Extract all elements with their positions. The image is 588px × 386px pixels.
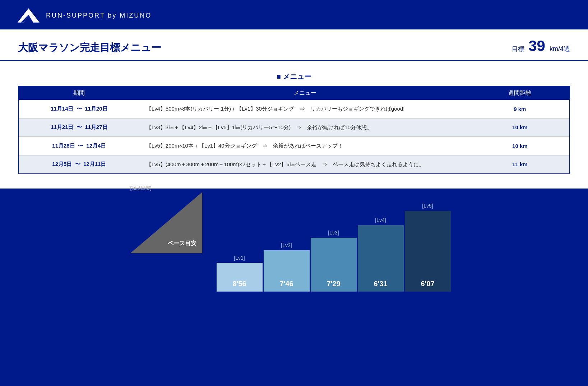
- bar-pace-label: 7'46: [279, 280, 293, 292]
- bar-body: 7'29: [311, 238, 357, 292]
- bar-body: 8'56: [217, 263, 263, 292]
- header-brand: RUN-SUPPORT by MIZUNO: [46, 12, 152, 19]
- cell-menu: 【Lv3】3㎞＋【Lv4】2㎞＋【Lv5】1㎞(リカバリー5〜10分) ⇒ 余裕…: [140, 118, 471, 137]
- table-header-row: 期間 メニュー 週間距離: [18, 86, 570, 100]
- page-main-title: 大阪マラソン完走目標メニュー: [18, 41, 161, 55]
- chart-area: [強度目安] ペース目安 [Lv1]8'56[Lv2]7'46[Lv3]7'29…: [0, 189, 588, 306]
- chart-bar-item: [Lv1]8'56: [217, 255, 263, 292]
- bar-level-label: [Lv3]: [328, 230, 339, 236]
- table-row: 11月28日 〜 12月4日【Lv5】200m×10本＋【Lv1】40分ジョギン…: [18, 137, 570, 155]
- page-wrapper: RUN-SUPPORT by MIZUNO 大阪マラソン完走目標メニュー 目標 …: [0, 0, 588, 306]
- bar-pace-label: 7'29: [327, 280, 340, 292]
- main-content: ■ メニュー 期間 メニュー 週間距離 11月14日 〜 11月20日【Lv4】…: [0, 61, 588, 189]
- cell-distance: 11 km: [471, 155, 570, 174]
- table-row: 11月14日 〜 11月20日【Lv4】500m×8本(リカバリー:1分)＋【L…: [18, 100, 570, 118]
- title-bar: 大阪マラソン完走目標メニュー 目標 39 km/4週: [0, 29, 588, 61]
- goal-unit: km/4週: [550, 45, 570, 53]
- cell-period: 11月21日 〜 11月27日: [18, 118, 140, 137]
- goal-label: 目標: [512, 45, 524, 53]
- bar-level-label: [Lv4]: [375, 217, 386, 223]
- col-header-menu: メニュー: [140, 86, 471, 100]
- svg-marker-0: [18, 8, 40, 22]
- mizuno-logo-icon: [14, 6, 40, 24]
- menu-table: 期間 メニュー 週間距離 11月14日 〜 11月20日【Lv4】500m×8本…: [18, 86, 570, 174]
- table-row: 12月5日 〜 12月11日【Lv5】(400m＋300m＋200m＋100m)…: [18, 155, 570, 174]
- chart-bar-item: [Lv5]6'07: [405, 203, 451, 292]
- bar-level-label: [Lv2]: [281, 242, 292, 248]
- cell-menu: 【Lv5】200m×10本＋【Lv1】40分ジョギング ⇒ 余裕があればペースア…: [140, 137, 471, 155]
- chart-bar-item: [Lv3]7'29: [311, 230, 357, 292]
- chart-bars: [Lv1]8'56[Lv2]7'46[Lv3]7'29[Lv4]6'31[Lv5…: [217, 203, 451, 292]
- bar-body: 6'31: [358, 225, 404, 292]
- intensity-guide-label: [強度目安]: [130, 185, 152, 191]
- col-header-distance: 週間距離: [471, 86, 570, 100]
- bar-pace-label: 6'31: [374, 280, 387, 292]
- cell-distance: 10 km: [471, 118, 570, 137]
- goal-value: 39: [528, 37, 545, 55]
- cell-distance: 10 km: [471, 137, 570, 155]
- col-header-period: 期間: [18, 86, 140, 100]
- cell-menu: 【Lv5】(400m＋300m＋200m＋100m)×2セット＋【Lv2】6㎞ペ…: [140, 155, 471, 174]
- header: RUN-SUPPORT by MIZUNO: [0, 0, 588, 29]
- logo-area: RUN-SUPPORT by MIZUNO: [14, 6, 152, 24]
- cell-period: 12月5日 〜 12月11日: [18, 155, 140, 174]
- bar-level-label: [Lv1]: [234, 255, 245, 261]
- bar-level-label: [Lv5]: [422, 203, 433, 209]
- cell-period: 11月14日 〜 11月20日: [18, 100, 140, 118]
- section-title: ■ メニュー: [18, 72, 570, 82]
- bar-body: 6'07: [405, 211, 451, 292]
- bar-pace-label: 8'56: [232, 280, 246, 292]
- bar-body: 7'46: [264, 250, 310, 292]
- chart-bar-item: [Lv4]6'31: [358, 217, 404, 292]
- goal-area: 目標 39 km/4週: [512, 37, 570, 55]
- cell-menu: 【Lv4】500m×8本(リカバリー:1分)＋【Lv1】30分ジョギング ⇒ リ…: [140, 100, 471, 118]
- table-row: 11月21日 〜 11月27日【Lv3】3㎞＋【Lv4】2㎞＋【Lv5】1㎞(リ…: [18, 118, 570, 137]
- bar-pace-label: 6'07: [421, 280, 434, 292]
- cell-period: 11月28日 〜 12月4日: [18, 137, 140, 155]
- pace-guide-label: ペース目安: [168, 240, 196, 247]
- chart-bar-item: [Lv2]7'46: [264, 242, 310, 292]
- cell-distance: 9 km: [471, 100, 570, 118]
